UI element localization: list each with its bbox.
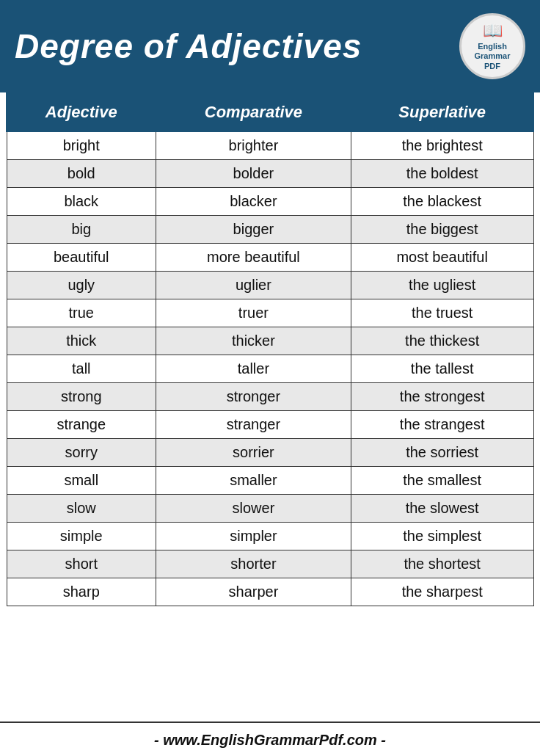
table-cell-11-0: sorry	[7, 439, 156, 467]
table-cell-16-0: sharp	[7, 578, 156, 606]
footer-text: - www.EnglishGrammarPdf.com -	[154, 732, 386, 748]
table-row: blackblackerthe blackest	[7, 188, 533, 216]
logo-icon: 📖	[483, 21, 503, 40]
table-cell-5-1: uglier	[156, 272, 351, 299]
table-row: thickthickerthe thickest	[7, 327, 533, 355]
table-cell-12-2: the smallest	[351, 467, 533, 495]
table-cell-6-1: truer	[156, 299, 351, 327]
table-cell-13-0: slow	[7, 495, 156, 523]
table-container: Adjective Comparative Superlative bright…	[0, 92, 540, 722]
table-cell-7-2: the thickest	[351, 327, 533, 355]
table-row: sharpsharperthe sharpest	[7, 578, 533, 606]
table-cell-9-1: stronger	[156, 383, 351, 411]
table-cell-4-2: most beautiful	[351, 244, 533, 272]
table-cell-4-0: beautiful	[7, 244, 156, 272]
table-cell-8-2: the tallest	[351, 355, 533, 383]
table-cell-2-0: black	[7, 188, 156, 216]
table-cell-3-0: big	[7, 216, 156, 244]
table-cell-12-1: smaller	[156, 467, 351, 495]
table-row: sorrysorrierthe sorriest	[7, 439, 533, 467]
table-row: boldbolderthe boldest	[7, 160, 533, 188]
table-cell-9-2: the strongest	[351, 383, 533, 411]
table-header-row: Adjective Comparative Superlative	[7, 93, 533, 131]
adjectives-table: Adjective Comparative Superlative bright…	[6, 92, 534, 606]
table-cell-10-1: stranger	[156, 411, 351, 439]
table-cell-2-2: the blackest	[351, 188, 533, 216]
table-row: uglyuglierthe ugliest	[7, 272, 533, 299]
table-cell-13-1: slower	[156, 495, 351, 523]
table-row: smallsmallerthe smallest	[7, 467, 533, 495]
table-row: brightbrighterthe brightest	[7, 131, 533, 160]
table-cell-14-0: simple	[7, 523, 156, 550]
table-cell-16-2: the sharpest	[351, 578, 533, 606]
table-cell-1-0: bold	[7, 160, 156, 188]
table-cell-3-2: the biggest	[351, 216, 533, 244]
logo-text: EnglishGrammarPDF	[475, 42, 511, 71]
table-cell-15-1: shorter	[156, 550, 351, 578]
table-row: strangestrangerthe strangest	[7, 411, 533, 439]
table-row: slowslowerthe slowest	[7, 495, 533, 523]
table-cell-12-0: small	[7, 467, 156, 495]
table-cell-7-1: thicker	[156, 327, 351, 355]
table-cell-2-1: blacker	[156, 188, 351, 216]
table-cell-11-1: sorrier	[156, 439, 351, 467]
table-cell-1-1: bolder	[156, 160, 351, 188]
table-cell-11-2: the sorriest	[351, 439, 533, 467]
logo-badge: 📖 EnglishGrammarPDF	[459, 13, 525, 79]
table-cell-0-0: bright	[7, 131, 156, 160]
table-cell-8-0: tall	[7, 355, 156, 383]
col-header-superlative: Superlative	[351, 93, 533, 131]
table-cell-5-0: ugly	[7, 272, 156, 299]
table-cell-15-2: the shortest	[351, 550, 533, 578]
table-cell-14-2: the simplest	[351, 523, 533, 550]
table-cell-9-0: strong	[7, 383, 156, 411]
table-cell-15-0: short	[7, 550, 156, 578]
table-row: simplesimplerthe simplest	[7, 523, 533, 550]
page-title: Degree of Adjectives	[15, 28, 362, 65]
table-cell-5-2: the ugliest	[351, 272, 533, 299]
table-cell-7-0: thick	[7, 327, 156, 355]
table-cell-10-0: strange	[7, 411, 156, 439]
table-cell-1-2: the boldest	[351, 160, 533, 188]
table-cell-6-0: true	[7, 299, 156, 327]
table-row: bigbiggerthe biggest	[7, 216, 533, 244]
table-cell-0-1: brighter	[156, 131, 351, 160]
table-cell-8-1: taller	[156, 355, 351, 383]
footer: - www.EnglishGrammarPdf.com -	[0, 722, 540, 756]
table-row: shortshorterthe shortest	[7, 550, 533, 578]
table-cell-10-2: the strangest	[351, 411, 533, 439]
table-cell-4-1: more beautiful	[156, 244, 351, 272]
table-row: talltallerthe tallest	[7, 355, 533, 383]
table-cell-14-1: simpler	[156, 523, 351, 550]
table-cell-0-2: the brightest	[351, 131, 533, 160]
table-row: truetruerthe truest	[7, 299, 533, 327]
table-cell-6-2: the truest	[351, 299, 533, 327]
table-row: strongstrongerthe strongest	[7, 383, 533, 411]
page-header: Degree of Adjectives 📖 EnglishGrammarPDF	[0, 0, 540, 92]
table-cell-3-1: bigger	[156, 216, 351, 244]
col-header-adjective: Adjective	[7, 93, 156, 131]
table-cell-13-2: the slowest	[351, 495, 533, 523]
table-row: beautifulmore beautifulmost beautiful	[7, 244, 533, 272]
col-header-comparative: Comparative	[156, 93, 351, 131]
table-cell-16-1: sharper	[156, 578, 351, 606]
